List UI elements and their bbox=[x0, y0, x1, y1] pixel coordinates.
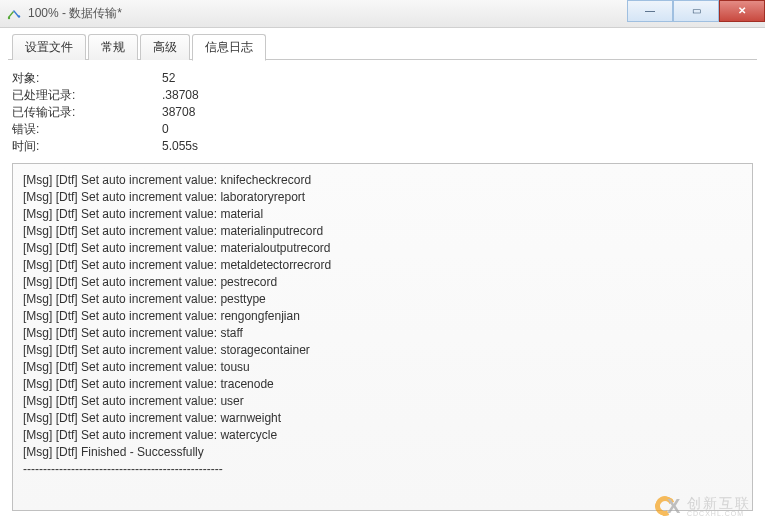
log-line: [Msg] [Dtf] Set auto increment value: st… bbox=[23, 342, 742, 359]
log-line: [Msg] [Dtf] Set auto increment value: ma… bbox=[23, 206, 742, 223]
summary-value: 0 bbox=[162, 121, 169, 138]
log-line: [Msg] [Dtf] Set auto increment value: to… bbox=[23, 359, 742, 376]
log-line: [Msg] [Dtf] Set auto increment value: re… bbox=[23, 308, 742, 325]
summary-row: 错误:0 bbox=[12, 121, 753, 138]
log-line: [Msg] [Dtf] Set auto increment value: pe… bbox=[23, 274, 742, 291]
svg-point-1 bbox=[18, 15, 20, 17]
tab-label: 常规 bbox=[101, 40, 125, 54]
summary-row: 已处理记录:.38708 bbox=[12, 87, 753, 104]
titlebar: 100% - 数据传输* — ▭ ✕ bbox=[0, 0, 765, 28]
log-line: [Msg] [Dtf] Set auto increment value: ma… bbox=[23, 223, 742, 240]
summary-row: 对象:52 bbox=[12, 70, 753, 87]
tab-label: 高级 bbox=[153, 40, 177, 54]
summary-value: .38708 bbox=[162, 87, 199, 104]
summary-label: 时间: bbox=[12, 138, 162, 155]
summary-label: 已处理记录: bbox=[12, 87, 162, 104]
log-line: [Msg] [Dtf] Set auto increment value: kn… bbox=[23, 172, 742, 189]
log-line: [Msg] [Dtf] Set auto increment value: me… bbox=[23, 257, 742, 274]
summary-label: 对象: bbox=[12, 70, 162, 87]
minimize-button[interactable]: — bbox=[627, 0, 673, 22]
client-area: 设置文件常规高级信息日志 对象:52已处理记录:.38708已传输记录:3870… bbox=[0, 28, 765, 521]
maximize-button[interactable]: ▭ bbox=[673, 0, 719, 22]
log-line: [Msg] [Dtf] Set auto increment value: la… bbox=[23, 189, 742, 206]
log-line: [Msg] [Dtf] Set auto increment value: wa… bbox=[23, 427, 742, 444]
tab-bar: 设置文件常规高级信息日志 bbox=[8, 34, 757, 60]
log-line: [Msg] [Dtf] Set auto increment value: ma… bbox=[23, 240, 742, 257]
maximize-icon: ▭ bbox=[692, 6, 701, 16]
tab-0[interactable]: 设置文件 bbox=[12, 34, 86, 60]
close-icon: ✕ bbox=[738, 6, 746, 16]
summary-row: 时间:5.055s bbox=[12, 138, 753, 155]
tab-1[interactable]: 常规 bbox=[88, 34, 138, 60]
svg-point-0 bbox=[8, 16, 10, 18]
tab-label: 设置文件 bbox=[25, 40, 73, 54]
summary-value: 38708 bbox=[162, 104, 195, 121]
log-panel[interactable]: [Msg] [Dtf] Set auto increment value: kn… bbox=[12, 163, 753, 511]
minimize-icon: — bbox=[645, 6, 655, 16]
log-line: ----------------------------------------… bbox=[23, 461, 742, 478]
window-controls: — ▭ ✕ bbox=[627, 0, 765, 22]
log-line: [Msg] [Dtf] Set auto increment value: pe… bbox=[23, 291, 742, 308]
tab-3[interactable]: 信息日志 bbox=[192, 34, 266, 61]
tab-label: 信息日志 bbox=[205, 40, 253, 54]
summary-label: 错误: bbox=[12, 121, 162, 138]
summary-label: 已传输记录: bbox=[12, 104, 162, 121]
summary-value: 5.055s bbox=[162, 138, 198, 155]
log-line: [Msg] [Dtf] Set auto increment value: tr… bbox=[23, 376, 742, 393]
log-line: [Msg] [Dtf] Set auto increment value: wa… bbox=[23, 410, 742, 427]
log-line: [Msg] [Dtf] Finished - Successfully bbox=[23, 444, 742, 461]
summary-row: 已传输记录:38708 bbox=[12, 104, 753, 121]
close-button[interactable]: ✕ bbox=[719, 0, 765, 22]
window-title: 100% - 数据传输* bbox=[28, 5, 122, 22]
tab-2[interactable]: 高级 bbox=[140, 34, 190, 60]
app-icon bbox=[6, 6, 22, 22]
log-line: [Msg] [Dtf] Set auto increment value: us… bbox=[23, 393, 742, 410]
summary-value: 52 bbox=[162, 70, 175, 87]
summary-panel: 对象:52已处理记录:.38708已传输记录:38708错误:0时间:5.055… bbox=[12, 70, 753, 155]
log-line: [Msg] [Dtf] Set auto increment value: st… bbox=[23, 325, 742, 342]
